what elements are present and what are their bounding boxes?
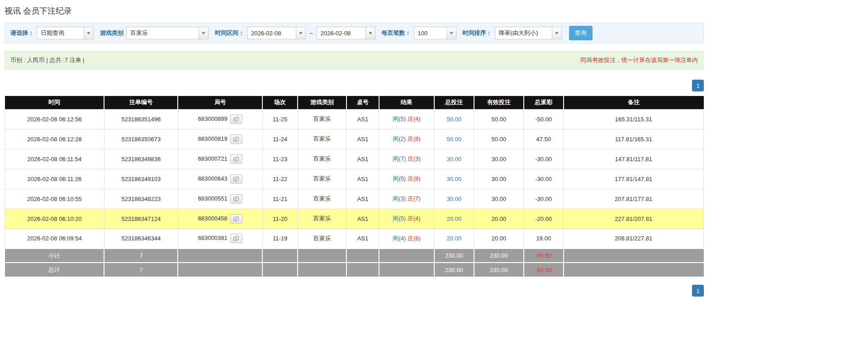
cell-result: 闲(5) 庄(4) bbox=[379, 209, 434, 229]
replay-video-button[interactable] bbox=[230, 174, 242, 184]
chevron-down-icon bbox=[369, 32, 372, 34]
cell-payout: -50.00 bbox=[524, 109, 564, 129]
header-time: 时间 bbox=[5, 96, 104, 109]
page-size-dropdown-button[interactable] bbox=[446, 27, 456, 39]
game-type-dropdown-button[interactable] bbox=[199, 27, 209, 39]
filter-bar: 请选择： 游戏类别 时间区间： ~ 每页笔数： 时间排序： bbox=[5, 23, 704, 43]
replay-video-button[interactable] bbox=[230, 154, 242, 164]
query-type-input[interactable] bbox=[37, 27, 84, 39]
cell-game-type: 百家乐 bbox=[298, 149, 346, 169]
cell-note: 177.81/147.81 bbox=[564, 169, 704, 189]
cell-valid-bet: 50.00 bbox=[474, 129, 524, 149]
chevron-down-icon bbox=[555, 32, 559, 34]
header-payout: 总派彩 bbox=[524, 96, 564, 109]
subtotal-valid-bet: 230.00 bbox=[474, 249, 524, 263]
header-session: 场次 bbox=[262, 96, 298, 109]
cell-result: 闲(3) 庄(7) bbox=[379, 189, 434, 209]
cell-game-type: 百家乐 bbox=[298, 109, 346, 129]
video-replay-icon bbox=[233, 216, 239, 221]
total-bet-link[interactable]: 50.00 bbox=[447, 136, 462, 143]
cell-note: 117.81/165.31 bbox=[564, 129, 704, 149]
sort-order-dropdown-button[interactable] bbox=[552, 27, 562, 39]
date-from-dropdown-button[interactable] bbox=[296, 27, 306, 39]
total-bet-link[interactable]: 20.00 bbox=[447, 235, 462, 242]
result-player: 闲(5) bbox=[393, 115, 406, 122]
table-summary: 小计 7 230.00 230.00 -93.50 总计 7 230.00 23… bbox=[5, 249, 704, 277]
cell-round: 683000551 bbox=[178, 189, 262, 209]
round-number: 683000381 bbox=[198, 235, 228, 241]
date-from-input[interactable] bbox=[247, 27, 296, 39]
query-type-combobox bbox=[37, 27, 94, 39]
page-container: 视讯 会员下注纪录 请选择： 游戏类别 时间区间： ~ 每页笔数： 时间排序： bbox=[5, 0, 704, 297]
cell-payout: -30.00 bbox=[524, 169, 564, 189]
cell-time: 2026-02-08 06:11:54 bbox=[5, 149, 104, 169]
currency-total-text: 币别 : 人民币 | 总共 :7 注单 | bbox=[10, 56, 85, 64]
subtotal-row: 小计 7 230.00 230.00 -93.50 bbox=[5, 249, 704, 263]
cell-session: 11-21 bbox=[262, 189, 298, 209]
cell-session: 11-23 bbox=[262, 149, 298, 169]
replay-video-button[interactable] bbox=[230, 115, 242, 124]
total-bet-link[interactable]: 30.00 bbox=[447, 196, 462, 202]
date-to-dropdown-button[interactable] bbox=[365, 27, 375, 39]
cell-table-no: AS1 bbox=[346, 109, 379, 129]
replay-video-button[interactable] bbox=[230, 134, 242, 144]
date-from-combobox bbox=[247, 27, 306, 39]
search-button[interactable]: 查询 bbox=[569, 26, 593, 40]
grand-total-label: 总计 bbox=[5, 263, 104, 277]
cell-total-bet: 20.00 bbox=[434, 229, 474, 249]
game-type-input[interactable] bbox=[126, 27, 199, 39]
cell-valid-bet: 30.00 bbox=[474, 189, 524, 209]
round-number: 683000458 bbox=[198, 215, 228, 221]
cell-payout: -30.00 bbox=[524, 189, 564, 209]
pagination-bottom: 1 bbox=[5, 285, 704, 297]
cell-round: 683000643 bbox=[178, 169, 262, 189]
cell-valid-bet: 30.00 bbox=[474, 149, 524, 169]
round-number: 683000551 bbox=[198, 195, 228, 201]
replay-video-button[interactable] bbox=[230, 214, 242, 224]
cell-valid-bet: 20.00 bbox=[474, 209, 524, 229]
cell-game-type: 百家乐 bbox=[298, 189, 346, 209]
cell-time: 2026-02-08 06:09:54 bbox=[5, 229, 104, 249]
cell-round: 683000458 bbox=[178, 209, 262, 229]
sort-order-input[interactable] bbox=[495, 27, 552, 39]
cell-note: 208.81/227.81 bbox=[564, 229, 704, 249]
grand-total-valid-bet: 230.00 bbox=[474, 263, 524, 277]
round-number: 683000899 bbox=[198, 115, 228, 122]
cell-bet-id: 523186347124 bbox=[104, 209, 178, 229]
header-valid-bet: 有效投注 bbox=[474, 96, 524, 109]
total-bet-link[interactable]: 30.00 bbox=[447, 156, 462, 163]
cell-total-bet: 30.00 bbox=[434, 189, 474, 209]
round-number: 683000819 bbox=[198, 135, 228, 142]
total-bet-link[interactable]: 30.00 bbox=[447, 176, 462, 182]
grand-total-payout: -93.50 bbox=[524, 263, 564, 277]
cell-time: 2026-02-08 06:11:26 bbox=[5, 169, 104, 189]
cell-note: 165.31/115.31 bbox=[564, 109, 704, 129]
total-bet-link[interactable]: 50.00 bbox=[447, 116, 462, 123]
page-1-button[interactable]: 1 bbox=[692, 285, 704, 297]
select-type-label: 请选择： bbox=[10, 29, 34, 37]
bet-records-table: 时间 注单编号 局号 场次 游戏类别 桌号 结果 总投注 有效投注 总派彩 备注… bbox=[5, 96, 704, 277]
replay-video-button[interactable] bbox=[230, 234, 242, 243]
header-bet-id: 注单编号 bbox=[104, 96, 178, 109]
result-banker: 庄(4) bbox=[408, 115, 421, 122]
replay-video-button[interactable] bbox=[230, 194, 242, 204]
query-type-dropdown-button[interactable] bbox=[84, 27, 94, 39]
cell-valid-bet: 30.00 bbox=[474, 169, 524, 189]
page-1-button[interactable]: 1 bbox=[692, 80, 704, 91]
header-table-no: 桌号 bbox=[346, 96, 379, 109]
cell-valid-bet: 50.00 bbox=[474, 109, 524, 129]
page-size-input[interactable] bbox=[414, 27, 446, 39]
page-title: 视讯 会员下注纪录 bbox=[5, 5, 704, 16]
header-note: 备注 bbox=[564, 96, 704, 109]
total-bet-link[interactable]: 20.00 bbox=[447, 215, 462, 222]
cell-time: 2026-02-08 06:12:28 bbox=[5, 129, 104, 149]
chevron-down-icon bbox=[202, 32, 205, 34]
round-number: 683000643 bbox=[198, 175, 228, 182]
subtotal-total-bet: 230.00 bbox=[434, 249, 474, 263]
chevron-down-icon bbox=[87, 32, 90, 34]
cell-session: 11-19 bbox=[262, 229, 298, 249]
valid-bet-notice-text: 同局有效投注，统一计算在该局第一张注单内 bbox=[580, 56, 698, 64]
date-to-input[interactable] bbox=[317, 27, 365, 39]
subtotal-payout: -93.50 bbox=[524, 249, 564, 263]
cell-time: 2026-02-08 06:10:55 bbox=[5, 189, 104, 209]
